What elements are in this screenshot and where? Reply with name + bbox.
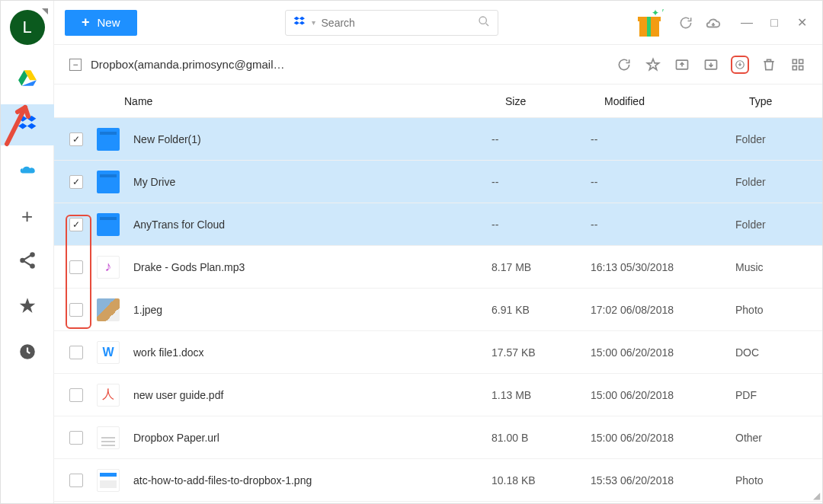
plus-icon: + xyxy=(82,14,90,30)
col-size[interactable]: Size xyxy=(505,95,604,107)
download-icon[interactable] xyxy=(731,56,749,74)
collapse-tree-button[interactable]: − xyxy=(69,59,82,71)
file-size: -- xyxy=(492,176,591,188)
avatar-letter: L xyxy=(22,18,31,37)
file-name: 1.jpeg xyxy=(133,304,492,316)
search-icon[interactable] xyxy=(478,15,490,30)
cloud-download-icon[interactable] xyxy=(705,14,722,31)
search-box[interactable]: ▾ xyxy=(285,10,498,36)
svg-point-7 xyxy=(479,17,486,24)
folder-icon xyxy=(97,171,120,193)
file-name: new user guide.pdf xyxy=(133,389,492,401)
folder-icon xyxy=(97,213,120,236)
row-checkbox[interactable] xyxy=(69,218,83,231)
table-row[interactable]: AnyTrans for Cloud----Folder xyxy=(54,203,822,246)
clock-icon xyxy=(18,342,37,365)
table-row[interactable]: atc-how-to-add-files-to-dropbox-1.png10.… xyxy=(54,459,822,502)
file-name: New Folder(1) xyxy=(133,133,492,145)
svg-rect-14 xyxy=(799,65,803,69)
file-name: work file1.docx xyxy=(133,346,492,359)
move-out-icon[interactable] xyxy=(673,56,691,74)
table-row[interactable]: Dropbox Paper.url81.00 B15:00 06/20/2018… xyxy=(54,416,822,459)
resize-grip-icon[interactable]: ◢ xyxy=(813,490,820,501)
svg-rect-11 xyxy=(793,59,796,63)
file-modified: 15:00 06/20/2018 xyxy=(591,432,735,444)
window-minimize-button[interactable]: — xyxy=(737,13,757,33)
file-type: Folder xyxy=(735,133,807,145)
sidebar-item-onedrive[interactable] xyxy=(1,150,54,191)
sidebar-item-add[interactable]: + xyxy=(1,196,54,237)
music-icon: ♪ xyxy=(97,256,120,279)
move-in-icon[interactable] xyxy=(702,56,720,74)
file-modified: 16:13 05/30/2018 xyxy=(591,261,735,273)
file-modified: 15:00 06/20/2018 xyxy=(591,346,735,359)
main: + New ▾ ✦ ′ xyxy=(54,1,822,503)
sidebar: L + xyxy=(1,1,54,503)
svg-rect-12 xyxy=(799,59,803,63)
col-name[interactable]: Name xyxy=(124,95,505,107)
col-type[interactable]: Type xyxy=(749,95,807,107)
avatar-corner-icon xyxy=(42,8,48,14)
doc-icon: W xyxy=(97,341,120,364)
file-size: 1.13 MB xyxy=(492,389,591,401)
table-row[interactable]: Wwork file1.docx17.57 KB15:00 06/20/2018… xyxy=(54,331,822,374)
search-input[interactable] xyxy=(322,17,472,29)
row-checkbox[interactable] xyxy=(69,260,83,274)
row-checkbox[interactable] xyxy=(69,132,83,146)
sidebar-item-dropbox[interactable] xyxy=(1,104,54,145)
table-row[interactable]: 1.jpeg6.91 KB17:02 06/08/2018Photo xyxy=(54,289,822,331)
table-row[interactable]: My Drive----Folder xyxy=(54,161,822,203)
sync-icon[interactable] xyxy=(677,14,694,31)
file-name: AnyTrans for Cloud xyxy=(133,219,492,231)
row-checkbox[interactable] xyxy=(69,175,83,189)
grid-view-icon[interactable] xyxy=(789,56,807,74)
minus-icon: − xyxy=(72,60,78,69)
file-size: 10.18 KB xyxy=(492,474,591,486)
file-name: atc-how-to-add-files-to-dropbox-1.png xyxy=(133,474,492,486)
avatar[interactable]: L xyxy=(10,10,45,45)
row-checkbox[interactable] xyxy=(69,388,83,402)
sidebar-item-gdrive[interactable] xyxy=(1,59,54,100)
row-checkbox[interactable] xyxy=(69,474,83,487)
file-type: Music xyxy=(735,261,807,273)
table-row[interactable]: ♪Drake - Gods Plan.mp38.17 MB16:13 05/30… xyxy=(54,246,822,289)
file-modified: 15:00 06/20/2018 xyxy=(591,389,735,401)
file-type: Photo xyxy=(735,474,807,486)
sidebar-item-star[interactable] xyxy=(1,287,54,328)
file-type: DOC xyxy=(735,346,807,359)
file-name: My Drive xyxy=(133,176,492,188)
new-button-label: New xyxy=(98,16,120,29)
gift-icon[interactable]: ✦ ′ xyxy=(633,8,667,38)
row-checkbox[interactable] xyxy=(69,431,83,445)
file-type: Folder xyxy=(735,219,807,231)
table-row[interactable]: 人new user guide.pdf1.13 MB15:00 06/20/20… xyxy=(54,374,822,416)
folder-icon xyxy=(97,128,120,151)
sidebar-item-recent[interactable] xyxy=(1,333,54,374)
table-row[interactable]: New Folder(1)----Folder xyxy=(54,118,822,161)
file-type: Other xyxy=(735,432,807,444)
file-modified: 15:53 06/20/2018 xyxy=(591,474,735,486)
file-modified: -- xyxy=(591,133,735,145)
file-name: Dropbox Paper.url xyxy=(133,432,492,444)
new-button[interactable]: + New xyxy=(65,10,137,36)
file-size: 17.57 KB xyxy=(492,346,591,359)
file-modified: 17:02 06/08/2018 xyxy=(591,304,735,316)
breadcrumb[interactable]: Dropbox(amanda.primosync@gmail… xyxy=(91,58,285,71)
trash-icon[interactable] xyxy=(760,56,778,74)
row-checkbox[interactable] xyxy=(69,346,83,359)
url-icon xyxy=(97,426,120,449)
window-maximize-button[interactable]: □ xyxy=(764,13,784,33)
dropbox-mini-icon xyxy=(293,15,306,30)
chevron-down-icon[interactable]: ▾ xyxy=(312,18,315,27)
col-modified[interactable]: Modified xyxy=(604,95,749,107)
refresh-icon[interactable] xyxy=(615,56,633,74)
star-outline-icon[interactable] xyxy=(644,56,662,74)
pdf-icon: 人 xyxy=(97,384,120,407)
file-type: Folder xyxy=(735,176,807,188)
window-close-button[interactable]: ✕ xyxy=(792,13,812,33)
row-checkbox[interactable] xyxy=(69,303,83,317)
photo-icon xyxy=(97,298,120,321)
sidebar-item-share[interactable] xyxy=(1,241,54,282)
plus-icon: + xyxy=(21,205,33,228)
gdrive-icon xyxy=(18,68,37,91)
